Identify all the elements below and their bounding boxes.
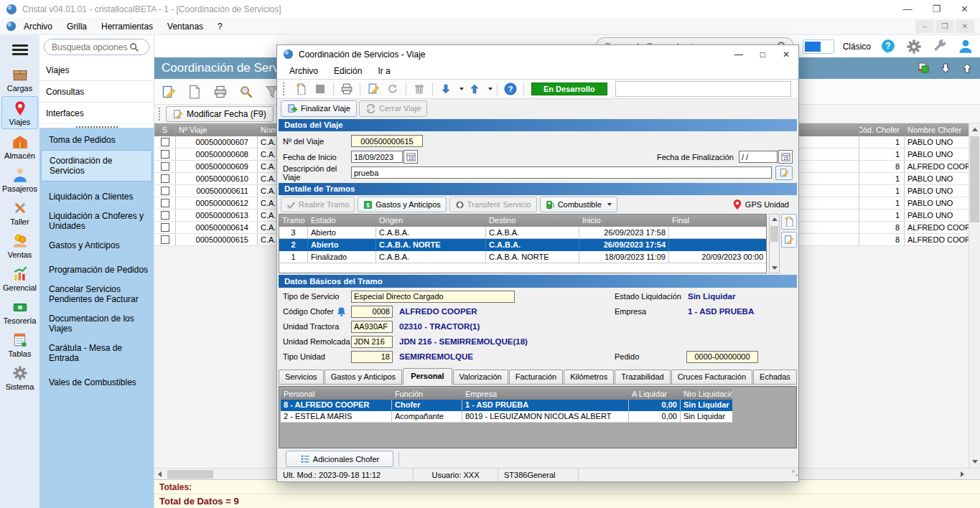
nav-group-interfaces[interactable]: Interfaces xyxy=(39,103,154,124)
nav-item-documentacion-viajes[interactable]: Documentacion de los Viajes xyxy=(41,309,152,338)
adicionales-chofer-button[interactable]: Adicionales Chofer xyxy=(286,451,393,467)
fecha-fin-field[interactable]: / / xyxy=(739,151,778,163)
tramo-row-selected[interactable]: 2 Abierto C.A.B.A. NORTE C.A.B.A. 26/09/… xyxy=(279,239,766,251)
mdi-close-icon[interactable]: ✕ xyxy=(956,20,974,33)
col-header-s[interactable]: S xyxy=(154,123,176,136)
sidebar-item-tablas[interactable]: Tablas xyxy=(1,329,38,360)
finalizar-viaje-button[interactable]: Finalizar Viaje xyxy=(281,100,357,117)
nav-item-programacion-pedidos[interactable]: Programación de Pedidos xyxy=(41,260,152,279)
nav-search-input[interactable] xyxy=(52,42,129,52)
row-checkbox[interactable] xyxy=(161,223,169,232)
restore-icon[interactable]: ❐ xyxy=(932,4,941,14)
nav-item-caratula-mesa[interactable]: Carátula - Mesa de Entrada xyxy=(41,339,152,367)
reabrir-tramo-button[interactable]: Reabrir Tramo xyxy=(281,197,355,212)
classic-toggle[interactable] xyxy=(803,39,834,54)
close-icon[interactable]: ✕ xyxy=(961,4,969,14)
search-icon[interactable] xyxy=(239,85,253,99)
row-checkbox[interactable] xyxy=(161,138,169,146)
combustible-button[interactable]: Combustible xyxy=(540,197,617,212)
scroll-down-icon[interactable] xyxy=(772,266,778,270)
bell-icon[interactable] xyxy=(336,306,351,317)
wrench-icon[interactable] xyxy=(931,38,948,55)
print-icon[interactable] xyxy=(213,85,228,99)
menu-grilla[interactable]: Grilla xyxy=(60,19,94,34)
unidad-remolcada-field[interactable]: JDN 216 xyxy=(351,336,393,348)
unidad-tractora-field[interactable]: AA930AF xyxy=(351,321,393,333)
personal-row-selected[interactable]: 8 - ALFREDO COOPER Chofer 1 - ASD PRUEBA… xyxy=(281,400,732,411)
scroll-left-icon[interactable] xyxy=(158,471,162,477)
stop-icon[interactable] xyxy=(312,81,329,97)
sidebar-item-sistema[interactable]: Sistema xyxy=(1,362,38,393)
resize-grip[interactable] xyxy=(788,470,798,480)
help-icon[interactable]: ? xyxy=(879,38,897,55)
tab-facturacion[interactable]: Facturación xyxy=(509,370,563,384)
refresh-icon[interactable] xyxy=(384,81,401,97)
layers-icon[interactable] xyxy=(917,62,930,75)
dialog-titlebar[interactable]: Coordinación de Servicios - Viaje — □ ✕ xyxy=(277,45,798,64)
nav-item-coordinacion-de-servicios[interactable]: Coordinación de Servicios xyxy=(41,150,152,182)
menu-ventanas[interactable]: Ventanas xyxy=(160,19,210,34)
minimize-icon[interactable]: — xyxy=(734,50,743,60)
row-checkbox[interactable] xyxy=(161,150,169,159)
row-checkbox[interactable] xyxy=(161,174,169,183)
tramos-scrollbar[interactable] xyxy=(769,214,780,274)
row-checkbox[interactable] xyxy=(161,162,169,171)
sidebar-item-ventas[interactable]: Ventas xyxy=(1,230,38,261)
sidebar-item-taller[interactable]: Taller xyxy=(1,197,38,228)
navigate-down-icon[interactable] xyxy=(437,81,454,97)
menu-archivo[interactable]: Archivo xyxy=(17,19,60,34)
scroll-down-icon[interactable] xyxy=(972,460,978,464)
gastos-anticipos-button[interactable]: $ Gastos y Anticipos xyxy=(358,197,447,212)
tab-cruces-facturacion[interactable]: Cruces Facturación xyxy=(671,370,752,384)
tipo-unidad-field[interactable]: 18 xyxy=(351,351,393,363)
scroll-right-icon[interactable] xyxy=(961,471,964,477)
row-checkbox[interactable] xyxy=(161,235,169,244)
arrow-up-white-icon[interactable] xyxy=(961,63,973,73)
scrollbar-thumb[interactable] xyxy=(770,226,778,242)
menu-help[interactable]: ? xyxy=(210,19,230,34)
new-document-icon[interactable] xyxy=(187,85,202,99)
sidebar-item-viajes[interactable]: Viajes xyxy=(1,96,38,129)
descripcion-field[interactable]: prueba xyxy=(351,166,772,179)
pedido-field[interactable]: 0000-00000000 xyxy=(686,351,758,363)
row-checkbox[interactable] xyxy=(161,187,169,195)
fecha-inicio-field[interactable]: 18/09/2023 xyxy=(351,151,403,163)
tab-trazabilidad[interactable]: Trazabilidad xyxy=(615,370,671,384)
tipo-servicio-field[interactable]: Especial Directo Cargado xyxy=(351,291,515,303)
scrollbar-thumb[interactable] xyxy=(970,136,979,222)
row-checkbox[interactable] xyxy=(161,199,169,207)
nav-item-toma-de-pedidos[interactable]: Toma de Pedidos xyxy=(41,131,152,149)
hamburger-icon[interactable] xyxy=(12,42,28,57)
calendar-icon[interactable]: 15 xyxy=(403,150,418,164)
scrollbar-thumb[interactable] xyxy=(167,470,213,479)
codigo-chofer-field[interactable]: 0008 xyxy=(351,306,393,318)
sidebar-item-gerencial[interactable]: Gerencial xyxy=(1,263,38,294)
sidebar-item-tesoreria[interactable]: Tesorería xyxy=(1,296,38,327)
nav-item-gastos-anticipos[interactable]: Gastos y Anticipos xyxy=(41,236,152,255)
personal-row[interactable]: 2 - ESTELA MARIS Acompañante 8019 - LEGU… xyxy=(281,411,732,423)
user-icon[interactable] xyxy=(957,38,974,55)
help-icon[interactable]: ? xyxy=(502,81,519,97)
row-checkbox[interactable] xyxy=(161,211,169,220)
chevron-down-icon[interactable] xyxy=(488,88,493,90)
menu-herramientas[interactable]: Herramientas xyxy=(94,19,160,34)
tramo-row[interactable]: 1 Finalizado C.A.B.A. C.A.B.A. NORTE 18/… xyxy=(279,251,766,263)
nav-item-liquidacion-clientes[interactable]: Liquidación a Clientes xyxy=(41,187,152,206)
chevron-down-icon[interactable] xyxy=(459,88,464,90)
nav-group-viajes[interactable]: Viajes xyxy=(39,60,154,81)
tab-personal[interactable]: Personal xyxy=(403,368,452,385)
tab-servicios[interactable]: Servicios xyxy=(279,370,324,384)
minimize-icon[interactable]: — xyxy=(902,4,912,14)
col-header-nro-viaje[interactable]: Nº Viaje xyxy=(176,123,258,136)
nav-item-liquidacion-choferes[interactable]: Liquidación a Choferes y Unidades xyxy=(41,207,152,235)
mdi-restore-icon[interactable]: ❐ xyxy=(935,20,954,33)
navigate-up-icon[interactable] xyxy=(466,81,483,97)
sidebar-item-pasajeros[interactable]: Pasajeros xyxy=(1,164,38,195)
delete-icon[interactable] xyxy=(411,81,428,97)
settings-gear-icon[interactable] xyxy=(905,38,923,55)
arrow-down-white-icon[interactable] xyxy=(940,63,951,73)
dialog-menu-archivo[interactable]: Archivo xyxy=(283,65,325,77)
tab-gastos-anticipos[interactable]: Gastos y Anticipos xyxy=(325,370,403,384)
edit-icon[interactable] xyxy=(365,81,382,97)
close-icon[interactable]: ✕ xyxy=(783,50,790,60)
